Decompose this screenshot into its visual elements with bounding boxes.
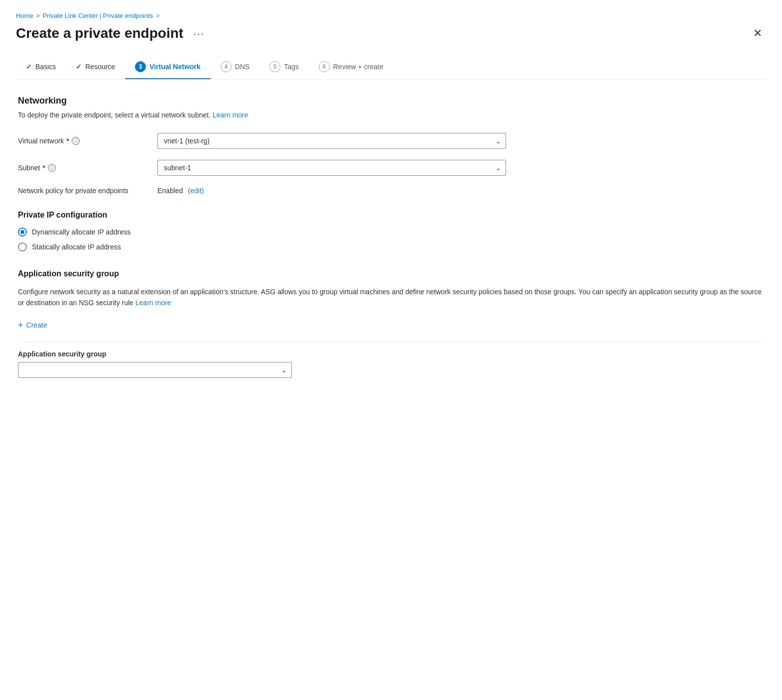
radio-static-input[interactable] <box>18 242 27 251</box>
vnet-required: * <box>66 137 69 145</box>
network-policy-value: Enabled (edit) <box>157 187 204 195</box>
breadcrumb-private-link[interactable]: Private Link Center | Private endpoints <box>43 12 153 19</box>
networking-learn-more[interactable]: Learn more <box>213 111 249 119</box>
asg-field-label: Application security group <box>18 350 764 358</box>
tab-resource-label: Resource <box>85 63 115 71</box>
breadcrumb-sep2: > <box>156 12 159 19</box>
tab-vnet-number: 3 <box>135 61 146 72</box>
subnet-select-wrapper: subnet-1 ⌄ <box>157 160 506 176</box>
asg-title: Application security group <box>18 269 764 278</box>
radio-static-label: Statically allocate IP address <box>32 243 121 251</box>
radio-dynamic-dot <box>20 230 24 234</box>
private-ip-radio-group: Dynamically allocate IP address Statical… <box>18 228 764 251</box>
subnet-info-icon[interactable]: ⓘ <box>48 164 56 172</box>
asg-select-wrapper: ⌄ <box>18 362 292 378</box>
content-section: Networking To deploy the private endpoin… <box>16 96 766 378</box>
breadcrumb-sep1: > <box>36 12 40 19</box>
tab-vnet-label: Virtual Network <box>149 63 200 71</box>
asg-desc: Configure network security as a natural … <box>18 286 764 309</box>
asg-learn-more[interactable]: Learn more <box>135 299 171 307</box>
vnet-info-icon[interactable]: ⓘ <box>72 137 80 145</box>
virtual-network-row: Virtual network * ⓘ vnet-1 (test-rg) ⌄ <box>18 133 764 149</box>
asg-select[interactable] <box>18 362 292 378</box>
networking-section: Networking To deploy the private endpoin… <box>18 96 764 119</box>
network-policy-row: Network policy for private endpoints Ena… <box>18 187 764 195</box>
tab-tags-number: 5 <box>269 61 280 72</box>
subnet-row: Subnet * ⓘ subnet-1 ⌄ <box>18 160 764 176</box>
tab-virtual-network[interactable]: 3 Virtual Network <box>125 55 210 79</box>
tab-basics-check: ✓ <box>26 63 32 71</box>
tab-basics[interactable]: ✓ Basics <box>16 57 66 78</box>
asg-field: Application security group ⌄ <box>18 342 764 378</box>
asg-divider <box>18 342 764 342</box>
tab-dns-label: DNS <box>235 63 250 71</box>
tab-resource-check: ✓ <box>76 63 82 71</box>
radio-dynamic-input[interactable] <box>18 228 27 236</box>
asg-create-label: Create <box>26 321 47 329</box>
subnet-label: Subnet * ⓘ <box>18 164 157 172</box>
breadcrumb: Home > Private Link Center | Private end… <box>16 8 766 19</box>
close-button[interactable]: ✕ <box>749 26 766 41</box>
tab-basics-label: Basics <box>35 63 56 71</box>
subnet-control: subnet-1 ⌄ <box>157 160 506 176</box>
virtual-network-select-wrapper: vnet-1 (test-rg) ⌄ <box>157 133 506 149</box>
tab-tags[interactable]: 5 Tags <box>260 55 309 79</box>
tab-resource[interactable]: ✓ Resource <box>66 57 125 78</box>
more-options-button[interactable]: ··· <box>189 26 209 41</box>
radio-dynamic-label: Dynamically allocate IP address <box>32 228 130 236</box>
radio-static[interactable]: Statically allocate IP address <box>18 242 764 251</box>
private-ip-title: Private IP configuration <box>18 211 764 220</box>
breadcrumb-home[interactable]: Home <box>16 12 33 19</box>
tab-review-create[interactable]: 6 Review + create <box>309 55 393 79</box>
tab-review-number: 6 <box>319 61 330 72</box>
page-title: Create a private endpoint <box>16 25 183 41</box>
private-ip-section: Private IP configuration Dynamically all… <box>18 211 764 251</box>
networking-title: Networking <box>18 96 764 106</box>
radio-dynamic[interactable]: Dynamically allocate IP address <box>18 228 764 236</box>
asg-section: Application security group Configure net… <box>18 269 764 378</box>
network-policy-label: Network policy for private endpoints <box>18 187 157 195</box>
tab-dns-number: 4 <box>221 61 232 72</box>
tab-review-label: Review + create <box>333 63 384 71</box>
page-header: Create a private endpoint ··· ✕ <box>16 25 766 41</box>
network-policy-edit[interactable]: (edit) <box>188 187 204 195</box>
subnet-select[interactable]: subnet-1 <box>157 160 506 176</box>
tab-dns[interactable]: 4 DNS <box>211 55 260 79</box>
asg-create-button[interactable]: + Create <box>18 319 47 332</box>
virtual-network-label: Virtual network * ⓘ <box>18 137 157 145</box>
tab-tags-label: Tags <box>284 63 299 71</box>
asg-create-plus-icon: + <box>18 321 23 330</box>
networking-desc: To deploy the private endpoint, select a… <box>18 111 764 119</box>
subnet-required: * <box>42 164 45 172</box>
virtual-network-control: vnet-1 (test-rg) ⌄ <box>157 133 506 149</box>
wizard-tabs: ✓ Basics ✓ Resource 3 Virtual Network 4 … <box>16 55 766 80</box>
virtual-network-select[interactable]: vnet-1 (test-rg) <box>157 133 506 149</box>
